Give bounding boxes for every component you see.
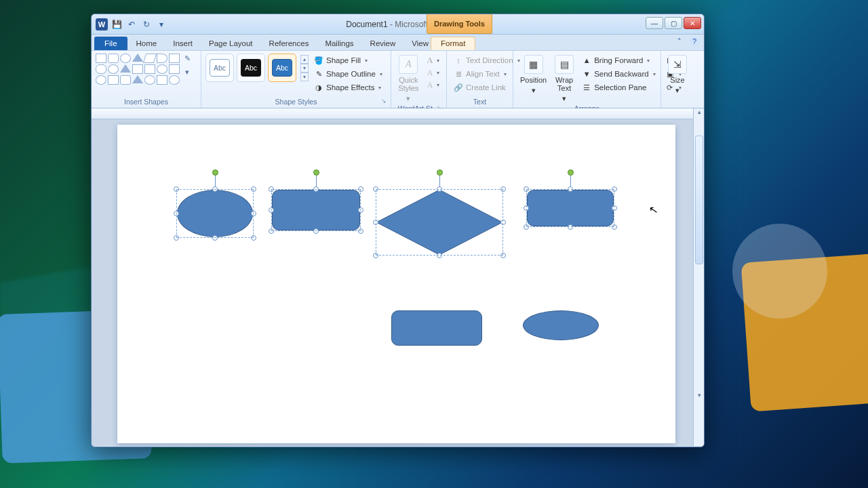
word-window: W 💾 ↶ ↻ ▾ Document1 - Microsoft Word Dra…: [91, 14, 705, 447]
tab-review[interactable]: Review: [363, 37, 403, 50]
shape-style-1[interactable]: Abc: [205, 54, 234, 82]
pencil-icon: ✎: [314, 69, 323, 79]
contextual-tab-header: Drawing Tools: [427, 14, 492, 34]
ribbon: ✎ ▾ Insert Shapes Abc Abc Abc ▴▾▾ 🪣: [92, 50, 704, 108]
wrap-text-icon: ▤: [555, 55, 574, 74]
tab-references[interactable]: References: [262, 37, 317, 50]
shape-style-gallery[interactable]: Abc Abc Abc ▴▾▾: [205, 52, 309, 82]
group-label-insert-shapes: Insert Shapes: [96, 96, 197, 108]
group-label-size: [665, 96, 684, 108]
rotate-handle-icon[interactable]: [212, 169, 218, 176]
qat-redo-button[interactable]: ↻: [140, 18, 153, 30]
shape-rounded-rect-1-selected[interactable]: [272, 190, 360, 230]
link-icon: 🔗: [454, 83, 463, 92]
shapes-gallery[interactable]: [96, 52, 180, 85]
bring-forward-button[interactable]: ▲Bring Forward▾: [579, 54, 658, 66]
window-minimize-button[interactable]: —: [646, 17, 663, 29]
tab-file[interactable]: File: [94, 37, 127, 50]
text-direction-icon: ↕: [454, 56, 463, 65]
window-title: Document1 - Microsoft Word: [92, 20, 704, 29]
shape-rounded-rect-2-selected[interactable]: [527, 190, 614, 226]
position-icon: ▦: [524, 55, 543, 74]
document-page[interactable]: [117, 125, 675, 443]
qat-undo-button[interactable]: ↶: [125, 18, 138, 30]
group-label-text: Text: [451, 96, 509, 108]
shape-diamond-selected[interactable]: [376, 190, 502, 255]
tab-format[interactable]: Format: [431, 37, 475, 50]
wrap-text-button[interactable]: ▤Wrap Text▾: [552, 52, 576, 103]
quick-styles-button[interactable]: A Quick Styles▾: [395, 52, 422, 103]
create-link-button[interactable]: 🔗Create Link: [451, 81, 523, 94]
tab-page-layout[interactable]: Page Layout: [201, 37, 260, 50]
shape-effects-button[interactable]: ◑Shape Effects▾: [311, 81, 385, 94]
minimize-ribbon-button[interactable]: ˄: [674, 36, 685, 47]
shape-outline-button[interactable]: ✎Shape Outline▾: [311, 68, 385, 80]
rotate-handle-icon[interactable]: [313, 169, 319, 176]
title-bar: W 💾 ↶ ↻ ▾ Document1 - Microsoft Word Dra…: [92, 14, 704, 35]
group-size: ⇲Size▾: [661, 51, 688, 108]
text-outline-button[interactable]: A▾: [425, 67, 442, 78]
word-app-icon: W: [96, 18, 108, 30]
effects-icon: ◑: [314, 83, 323, 92]
size-icon: ⇲: [668, 55, 687, 74]
bring-forward-icon: ▲: [582, 56, 591, 65]
send-backward-icon: ▼: [582, 69, 591, 79]
help-button[interactable]: ?: [689, 36, 700, 47]
align-text-icon: ≣: [454, 69, 463, 79]
group-text: ↕Text Direction▾ ≣Align Text▾ 🔗Create Li…: [447, 51, 513, 108]
shape-style-3-selected[interactable]: Abc: [268, 54, 296, 82]
tab-insert[interactable]: Insert: [165, 37, 200, 50]
selection-pane-icon: ☰: [582, 83, 591, 92]
group-shape-styles: Abc Abc Abc ▴▾▾ 🪣Shape Fill▾ ✎Shape Outl…: [201, 51, 391, 108]
size-button[interactable]: ⇲Size▾: [665, 52, 690, 95]
scrollbar-thumb[interactable]: [695, 136, 703, 264]
text-effects-button[interactable]: A▾: [425, 79, 442, 90]
shape-fill-button[interactable]: 🪣Shape Fill▾: [311, 54, 385, 66]
tab-mailings[interactable]: Mailings: [317, 37, 361, 50]
group-arrange: ▦Position▾ ▤Wrap Text▾ ▲Bring Forward▾ ▼…: [513, 51, 661, 108]
shape-style-scroll[interactable]: ▴▾▾: [300, 55, 309, 81]
rotate-handle-icon[interactable]: [437, 169, 443, 176]
shape-ellipse-1-selected[interactable]: [177, 190, 253, 237]
edit-shape-button[interactable]: ✎: [182, 54, 192, 63]
horizontal-ruler[interactable]: [92, 108, 704, 119]
qat-customize-button[interactable]: ▾: [155, 18, 167, 30]
position-button[interactable]: ▦Position▾: [517, 52, 549, 95]
shape-ellipse-2[interactable]: [523, 310, 599, 340]
selection-pane-button[interactable]: ☰Selection Pane: [579, 81, 658, 94]
shape-rounded-rect-3[interactable]: [391, 310, 482, 346]
ribbon-tabs: File Home Insert Page Layout References …: [92, 35, 704, 50]
group-label-shape-styles: Shape Styles↘: [205, 96, 387, 108]
document-name: Document1: [346, 20, 387, 29]
window-close-button[interactable]: ✕: [684, 17, 701, 29]
window-maximize-button[interactable]: ▢: [665, 17, 682, 29]
qat-save-button[interactable]: 💾: [111, 18, 123, 30]
bucket-icon: 🪣: [314, 56, 323, 65]
shape-styles-launcher-icon[interactable]: ↘: [380, 98, 388, 106]
text-fill-button[interactable]: A▾: [425, 55, 442, 66]
quick-styles-icon: A: [399, 55, 418, 74]
rotate-handle-icon[interactable]: [568, 169, 574, 176]
send-backward-button[interactable]: ▼Send Backward▾: [579, 68, 658, 80]
group-wordart-styles: A Quick Styles▾ A▾ A▾ A▾ WordArt St…↘: [391, 51, 447, 108]
quick-access-toolbar: W 💾 ↶ ↻ ▾: [92, 18, 167, 30]
group-insert-shapes: ✎ ▾ Insert Shapes: [92, 51, 201, 108]
shapes-more-button[interactable]: ▾: [182, 67, 192, 77]
document-area: ▴ ▾ ↖: [92, 108, 704, 446]
shape-style-2[interactable]: Abc: [237, 54, 265, 82]
svg-marker-0: [376, 190, 502, 255]
text-direction-button[interactable]: ↕Text Direction▾: [451, 54, 523, 66]
vertical-scrollbar[interactable]: ▴ ▾: [693, 108, 704, 446]
tab-home[interactable]: Home: [129, 37, 165, 50]
align-text-button[interactable]: ≣Align Text▾: [451, 68, 523, 80]
